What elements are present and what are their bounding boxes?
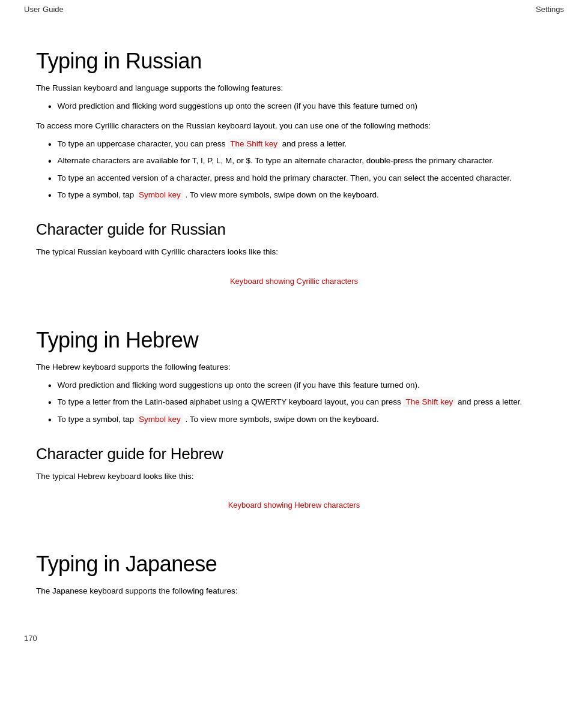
bullet-text: To type a letter from the Latin-based al… — [58, 396, 523, 408]
list-item: To type an accented version of a charact… — [36, 172, 552, 185]
page-header: User Guide Settings — [0, 0, 588, 19]
spacer-1 — [36, 304, 552, 310]
section-title-russian: Typing in Russian — [36, 49, 552, 74]
section-title-japanese: Typing in Japanese — [36, 552, 552, 577]
cyrillic-keyboard-image: Keyboard showing Cyrillic characters — [36, 277, 552, 286]
hebrew-intro: The Hebrew keyboard supports the followi… — [36, 361, 552, 373]
russian-char-guide-body: The typical Russian keyboard with Cyrill… — [36, 246, 552, 258]
page-number: 170 — [24, 634, 37, 643]
header-left: User Guide — [24, 5, 64, 14]
russian-bullets-1: Word prediction and flicking word sugges… — [36, 100, 552, 113]
bullet-text: To type a symbol, tap Symbol key . To vi… — [58, 189, 379, 201]
cyrillic-keyboard-caption: Keyboard showing Cyrillic characters — [230, 277, 358, 286]
list-item: To type a letter from the Latin-based al… — [36, 396, 552, 409]
list-item: To type an uppercase character, you can … — [36, 138, 552, 151]
spacer-2 — [36, 528, 552, 534]
main-content: Typing in Russian The Russian keyboard a… — [0, 19, 588, 628]
symbol-key-highlight-1: Symbol key — [136, 190, 183, 200]
list-item: Word prediction and flicking word sugges… — [36, 379, 552, 393]
list-item: Word prediction and flicking word sugges… — [36, 100, 552, 113]
page-footer: 170 — [0, 628, 588, 649]
russian-bullets-2: To type an uppercase character, you can … — [36, 138, 552, 203]
shift-key-highlight-1: The Shift key — [228, 139, 280, 149]
hebrew-bullets: Word prediction and flicking word sugges… — [36, 379, 552, 427]
header-right: Settings — [536, 5, 564, 14]
japanese-intro: The Japanese keyboard supports the follo… — [36, 585, 552, 597]
russian-second-intro: To access more Cyrillic characters on th… — [36, 120, 552, 132]
bullet-text: To type a symbol, tap Symbol key . To vi… — [58, 414, 379, 426]
hebrew-char-guide-body: The typical Hebrew keyboard looks like t… — [36, 471, 552, 483]
list-item: To type a symbol, tap Symbol key . To vi… — [36, 414, 552, 427]
russian-intro: The Russian keyboard and language suppor… — [36, 82, 552, 94]
subsection-title-russian: Character guide for Russian — [36, 220, 552, 239]
symbol-key-highlight-2: Symbol key — [136, 414, 183, 424]
bullet-text: To type an uppercase character, you can … — [58, 138, 347, 150]
section-title-hebrew: Typing in Hebrew — [36, 328, 552, 353]
bullet-text: Word prediction and flicking word sugges… — [58, 100, 417, 112]
bullet-text: Word prediction and flicking word sugges… — [58, 379, 420, 391]
list-item: To type a symbol, tap Symbol key . To vi… — [36, 189, 552, 202]
subsection-title-hebrew: Character guide for Hebrew — [36, 445, 552, 463]
hebrew-keyboard-caption: Keyboard showing Hebrew characters — [228, 501, 360, 510]
list-item: Alternate characters are available for T… — [36, 155, 552, 168]
hebrew-keyboard-image: Keyboard showing Hebrew characters — [36, 501, 552, 510]
shift-key-highlight-2: The Shift key — [403, 397, 455, 407]
bullet-text: To type an accented version of a charact… — [58, 172, 512, 184]
bullet-text: Alternate characters are available for T… — [58, 155, 494, 167]
